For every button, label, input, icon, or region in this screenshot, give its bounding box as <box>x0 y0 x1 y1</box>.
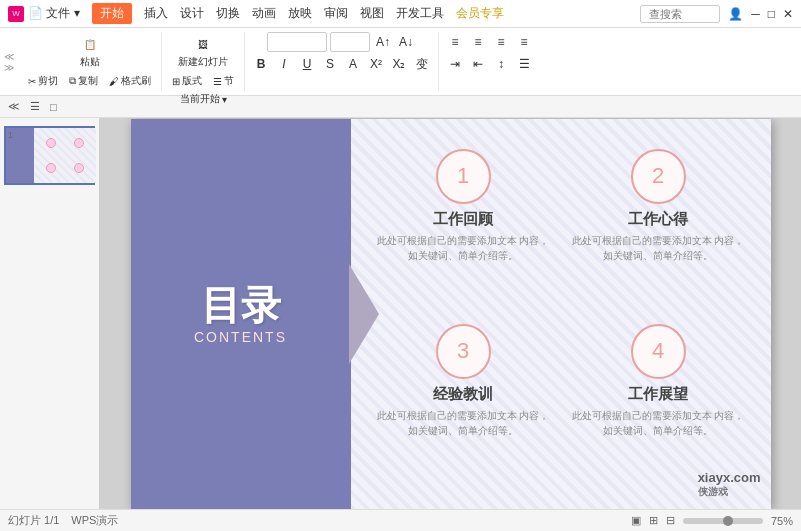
minimize-btn[interactable]: ─ <box>751 7 760 21</box>
ts-back-btn[interactable]: ≪ <box>4 100 24 113</box>
thumb-num-1: 1 <box>8 130 13 140</box>
circle-3: 3 <box>436 324 491 379</box>
restore-btn[interactable]: □ <box>768 7 775 21</box>
menu-developer[interactable]: 开发工具 <box>396 5 444 22</box>
title-bar-left: W 📄 文件 ▾ 开始 插入 设计 切换 动画 放映 审阅 视图 开发工具 会员… <box>8 3 504 24</box>
thumb-content-1 <box>6 128 96 183</box>
menu-bar: 📄 文件 ▾ 开始 插入 设计 切换 动画 放映 审阅 视图 开发工具 会员专享 <box>28 3 504 24</box>
zoom-level: 75% <box>771 515 793 527</box>
item-title-1: 工作回顾 <box>433 210 493 229</box>
menu-review[interactable]: 审阅 <box>324 5 348 22</box>
font-size-decrease-btn[interactable]: A↓ <box>396 32 416 52</box>
paste-icon: 📋 <box>80 34 100 54</box>
font-size-increase-btn[interactable]: A↑ <box>373 32 393 52</box>
underline-button[interactable]: U <box>297 54 317 74</box>
main-area: 1 目录 CONTENTS <box>0 118 801 509</box>
circle-num-4: 4 <box>652 338 664 364</box>
mini-circle-2 <box>74 138 84 148</box>
item-desc-3: 此处可根据自己的需要添加文本 内容，如关键词、简单介绍等。 <box>374 408 553 438</box>
font-family-input[interactable] <box>267 32 327 52</box>
paste-label: 粘贴 <box>80 55 100 69</box>
line-spacing-btn[interactable]: ↕ <box>491 54 511 74</box>
item-title-3: 经验教训 <box>433 385 493 404</box>
superscript-button[interactable]: X² <box>366 54 386 74</box>
cut-label: 剪切 <box>38 74 58 88</box>
bold-button[interactable]: B <box>251 54 271 74</box>
menu-insert[interactable]: 插入 <box>144 5 168 22</box>
ribbon: ≪ ≫ 📋 粘贴 ✂ 剪切 ⧉ 复制 🖌 格式刷 🖼 新建幻灯片 <box>0 28 801 96</box>
menu-start[interactable]: 开始 <box>92 3 132 24</box>
content-item-3: 3 经验教训 此处可根据自己的需要添加文本 内容，如关键词、简单介绍等。 <box>366 314 561 489</box>
circle-1: 1 <box>436 149 491 204</box>
menu-design[interactable]: 设计 <box>180 5 204 22</box>
new-slide-button[interactable]: 🖼 新建幻灯片 <box>173 32 233 71</box>
slide-title-en: CONTENTS <box>194 329 287 345</box>
menu-member[interactable]: 会员专享 <box>456 5 504 22</box>
zoom-thumb <box>723 516 733 526</box>
mini-circle-1 <box>46 138 56 148</box>
watermark-brand: 侠游戏 <box>698 485 761 499</box>
section-label: 节 <box>224 74 234 88</box>
section-button[interactable]: ☰ 节 <box>209 73 238 89</box>
layout-button[interactable]: ⊞ 版式 <box>168 73 206 89</box>
slide-info: 幻灯片 1/1 <box>8 513 59 528</box>
cut-button[interactable]: ✂ 剪切 <box>24 73 62 89</box>
status-right: ▣ ⊞ ⊟ 75% <box>631 514 793 527</box>
strikethrough-button[interactable]: S <box>320 54 340 74</box>
subscript-button[interactable]: X₂ <box>389 54 409 74</box>
ribbon-paragraph-group: ≡ ≡ ≡ ≡ ⇥ ⇤ ↕ ☰ <box>439 32 540 91</box>
dropdown-icon: ▾ <box>222 94 227 105</box>
menu-animation[interactable]: 动画 <box>252 5 276 22</box>
layout-icon: ⊞ <box>172 76 180 87</box>
copy-button[interactable]: ⧉ 复制 <box>65 73 102 89</box>
canvas-area: 目录 CONTENTS 1 工作回顾 此处可根据自己的需要添加文本 内容，如关键… <box>100 118 801 509</box>
current-slide-button[interactable]: 当前开始 ▾ <box>176 91 231 107</box>
view-normal-btn[interactable]: ▣ <box>631 514 641 527</box>
font-color-button[interactable]: A <box>343 54 363 74</box>
align-center-btn[interactable]: ≡ <box>468 32 488 52</box>
mini-circle-4 <box>74 163 84 173</box>
decrease-indent-btn[interactable]: ⇤ <box>468 54 488 74</box>
content-item-1: 1 工作回顾 此处可根据自己的需要添加文本 内容，如关键词、简单介绍等。 <box>366 139 561 314</box>
close-btn[interactable]: ✕ <box>783 7 793 21</box>
user-icon[interactable]: 👤 <box>728 7 743 21</box>
ribbon-paste-group: 📋 粘贴 ✂ 剪切 ⧉ 复制 🖌 格式刷 <box>18 32 162 91</box>
slide-sub-row: ⊞ 版式 ☰ 节 <box>168 73 238 89</box>
bullets-btn[interactable]: ☰ <box>514 54 534 74</box>
justify-btn[interactable]: ≡ <box>514 32 534 52</box>
increase-indent-btn[interactable]: ⇥ <box>445 54 465 74</box>
menu-transition[interactable]: 切换 <box>216 5 240 22</box>
menu-slideshow[interactable]: 放映 <box>288 5 312 22</box>
circle-4: 4 <box>631 324 686 379</box>
menu-file[interactable]: 📄 文件 ▾ <box>28 5 80 22</box>
align-left-btn[interactable]: ≡ <box>445 32 465 52</box>
search-input[interactable] <box>640 5 720 23</box>
slide-title-zh: 目录 <box>201 283 281 327</box>
mini-right-panel <box>34 128 96 183</box>
format-brush-button[interactable]: 🖌 格式刷 <box>105 73 155 89</box>
slide-right-panel: 1 工作回顾 此处可根据自己的需要添加文本 内容，如关键词、简单介绍等。 2 工… <box>351 119 771 509</box>
italic-button[interactable]: I <box>274 54 294 74</box>
para-row-2: ⇥ ⇤ ↕ ☰ <box>445 54 534 74</box>
collapse-arrows[interactable]: ≪ ≫ <box>0 32 18 91</box>
font-row-2: B I U S A X² X₂ 变 <box>251 54 432 74</box>
align-right-btn[interactable]: ≡ <box>491 32 511 52</box>
char-spacing-button[interactable]: 变 <box>412 54 432 74</box>
paste-button[interactable]: 📋 粘贴 <box>75 32 105 71</box>
zoom-slider[interactable] <box>683 518 763 524</box>
slide-thumbnail-1[interactable]: 1 <box>4 126 95 185</box>
ts-indent-btn[interactable]: ☰ <box>26 100 44 113</box>
toolbar-strip: ≪ ☰ □ <box>0 96 801 118</box>
font-size-input[interactable]: 0 <box>330 32 370 52</box>
mini-slide-1 <box>6 128 96 183</box>
view-sort-btn[interactable]: ⊞ <box>649 514 658 527</box>
circle-num-1: 1 <box>457 163 469 189</box>
watermark-site: xiayx.com <box>698 470 761 485</box>
menu-view[interactable]: 视图 <box>360 5 384 22</box>
layout-label: 版式 <box>182 74 202 88</box>
ts-view-btn[interactable]: □ <box>46 101 61 113</box>
copy-icon: ⧉ <box>69 75 76 87</box>
view-read-btn[interactable]: ⊟ <box>666 514 675 527</box>
font-row-1: 0 A↑ A↓ <box>267 32 416 52</box>
theme-info: WPS演示 <box>71 513 118 528</box>
